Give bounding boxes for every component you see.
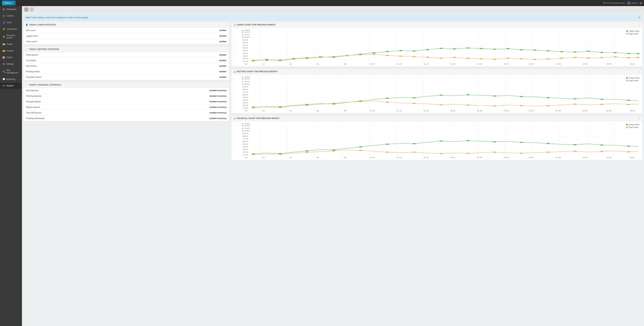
sidebar-item-marketing[interactable]: 💬 Marketing › (0, 76, 22, 82)
collapse-financial-chart-button[interactable]: ⌄ (638, 117, 640, 120)
svg-point-49 (506, 48, 510, 49)
legend-dot-green (626, 124, 628, 126)
avg-deposit-label: Average deposit: (26, 100, 41, 103)
svg-text:80: 80 (242, 42, 248, 44)
svg-point-73 (426, 57, 430, 58)
collapse-financial-stats-button[interactable]: ⌄ (225, 84, 227, 86)
home-button[interactable]: 🏠 (24, 8, 28, 12)
svg-point-69 (372, 54, 376, 55)
ticket-placed-value: number (219, 54, 226, 56)
svg-point-145 (520, 105, 523, 106)
svg-text:24: 24 (555, 156, 561, 158)
svg-text:30: 30 (242, 148, 248, 150)
svg-text:22: 22 (528, 63, 534, 65)
table-row: Pending deposits: number+currency (24, 93, 229, 99)
betting-chart-legend: Unique Visits Page Views (626, 77, 640, 82)
svg-point-75 (452, 57, 456, 58)
collapse-betting-chart-button[interactable]: ⌄ (638, 70, 640, 73)
sidebar-item-settings[interactable]: ⚙ Settings › (0, 61, 22, 67)
svg-point-193 (600, 144, 604, 146)
svg-point-70 (386, 55, 389, 56)
svg-text:0: 0 (245, 110, 248, 112)
svg-text:100: 100 (241, 130, 250, 132)
svg-text:2: 2 (262, 110, 265, 112)
svg-point-207 (573, 151, 577, 152)
logo: XYbets88 (2, 1, 16, 6)
betting-stats-card: 📄 TODAY's BETTING STATISTICS ⌄ Ticket pl… (23, 46, 229, 80)
sidebar-item-casino[interactable]: 🎰 Casino › (0, 54, 22, 61)
svg-text:130: 130 (241, 76, 250, 78)
financial-legend-pageviews: Page Views (626, 126, 640, 128)
sidebar-item-finance[interactable]: 💳 Finance › (0, 48, 22, 54)
topbar-time: 08:31:05 Europe/London (603, 2, 625, 4)
chevron-right-icon: › (19, 28, 20, 30)
svg-point-138 (332, 103, 336, 104)
new-users-label: New users: (26, 29, 36, 32)
svg-point-31 (265, 59, 268, 60)
chevron-right-icon: › (19, 71, 20, 72)
highest-deposit-label: Highest deposit: (26, 106, 40, 108)
close-icon[interactable]: ✕ (638, 16, 640, 19)
svg-point-199 (359, 150, 362, 151)
lost-tickets-value: number (219, 59, 226, 62)
svg-point-146 (546, 105, 550, 106)
sidebar-item-content[interactable]: ☰ Content › (0, 13, 22, 19)
svg-point-197 (305, 152, 309, 153)
svg-point-129 (493, 96, 496, 96)
svg-text:40: 40 (242, 52, 248, 54)
sidebar-label-live: Live Events (6, 28, 17, 30)
svg-point-186 (412, 143, 416, 144)
svg-point-149 (627, 104, 630, 105)
svg-point-144 (493, 105, 496, 106)
legend-label-pageviews: Page Views (629, 33, 638, 35)
table-row: Cancelled tickets: number (24, 74, 229, 80)
sidebar-item-dashboard[interactable]: ⊞ Dashboard › (0, 6, 22, 13)
logged-users-value: number (219, 35, 226, 37)
svg-text:20: 20 (242, 151, 248, 153)
svg-text:70: 70 (242, 44, 248, 46)
financial-legend-label-unique: Unique Visits (629, 124, 640, 126)
svg-text:28: 28 (606, 63, 612, 65)
svg-point-126 (412, 97, 416, 98)
content-icon: ☰ (2, 14, 5, 17)
collapse-betting-stats-button[interactable]: ⌄ (225, 48, 227, 51)
svg-point-185 (386, 144, 389, 145)
svg-point-200 (386, 152, 389, 152)
svg-text:26: 26 (582, 110, 588, 112)
legend-dot-green (626, 30, 628, 32)
chevron-right-icon: › (19, 44, 20, 45)
casino-icon: 🎰 (2, 56, 5, 59)
sidebar-item-risk[interactable]: 🔧 Risk management › (0, 67, 22, 76)
users-chart-title: USERS CHART FOR PREVIOUS MONTH (237, 24, 276, 26)
svg-point-47 (479, 48, 483, 49)
sidebar-item-users[interactable]: 👤 Users › (0, 19, 22, 26)
svg-point-133 (600, 98, 604, 100)
svg-point-205 (520, 152, 523, 154)
svg-point-143 (466, 104, 470, 106)
svg-text:120: 120 (241, 124, 250, 126)
username-label: admin1 (631, 2, 638, 4)
svg-text:130: 130 (241, 30, 250, 31)
svg-text:16: 16 (450, 110, 456, 112)
svg-point-206 (546, 152, 550, 152)
won-tickets-value: number (219, 65, 226, 67)
main-content: 🏠 › Info! Charts settings needs to be co… (22, 6, 644, 326)
sidebar-item-prematch[interactable]: ⚡ Prematch Events › (0, 32, 22, 41)
forward-button[interactable]: › (30, 8, 34, 12)
info-banner: Info! Charts settings needs to be config… (23, 14, 643, 20)
svg-text:60: 60 (242, 47, 248, 49)
svg-text:110: 110 (241, 80, 250, 82)
collapse-users-chart-button[interactable]: ⌄ (638, 24, 640, 26)
svg-text:6: 6 (316, 110, 319, 112)
chevron-right-icon: › (19, 36, 20, 38)
sidebar: ⊞ Dashboard › ☰ Content › 👤 Users › ⚡ Li… (0, 6, 22, 326)
sidebar-item-tickets[interactable]: 🎫 Tickets › (0, 41, 22, 48)
svg-text:24: 24 (555, 110, 561, 112)
svg-text:26: 26 (582, 63, 588, 65)
collapse-user-stats-button[interactable]: ⌄ (225, 24, 227, 26)
sidebar-item-live-events[interactable]: ⚡ Live Events › (0, 26, 22, 32)
power-icon[interactable]: ⏻ (640, 2, 642, 4)
svg-point-65 (318, 57, 322, 58)
sidebar-item-reports[interactable]: 🏷 Reports › (0, 82, 22, 89)
betting-chart-card: 📊 BETTING CHART FOR PREVIOUS MONTH ⌄ Uni… (231, 69, 643, 114)
